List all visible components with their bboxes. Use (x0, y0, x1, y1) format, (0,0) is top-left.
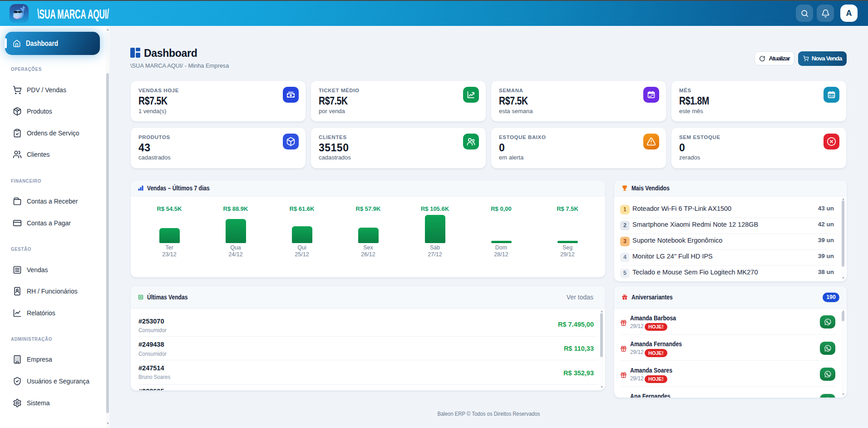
svg-text:Aug: Aug (829, 94, 834, 98)
